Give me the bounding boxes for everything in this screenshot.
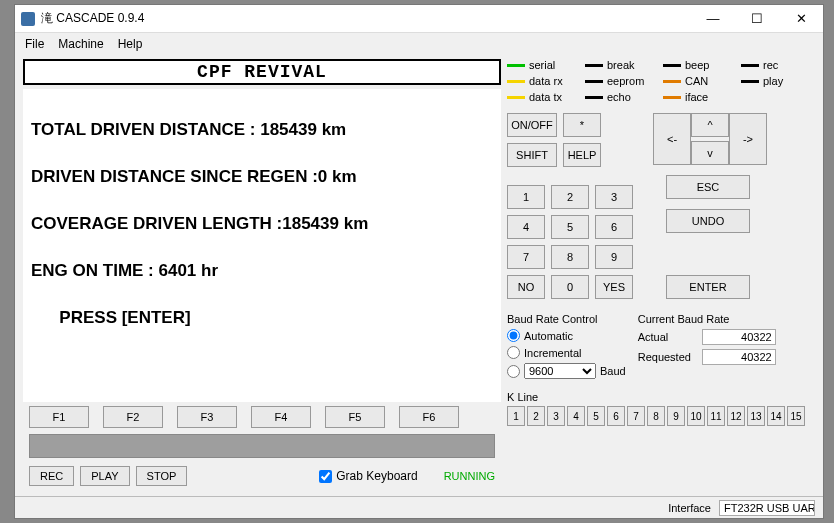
key-4[interactable]: 4	[507, 215, 545, 239]
app-window: 滝 CASCADE 0.9.4 — ☐ ✕ File Machine Help …	[14, 4, 824, 519]
baud-select[interactable]: 9600	[524, 363, 596, 379]
maximize-button[interactable]: ☐	[735, 5, 779, 33]
enter-button[interactable]: ENTER	[666, 275, 750, 299]
arrow-up-button[interactable]: ^	[691, 113, 729, 137]
kline-14[interactable]: 14	[767, 406, 785, 426]
can-icon	[663, 80, 681, 83]
rec-button[interactable]: REC	[29, 466, 74, 486]
f5-button[interactable]: F5	[325, 406, 385, 428]
kline-15[interactable]: 15	[787, 406, 805, 426]
kline-1[interactable]: 1	[507, 406, 525, 426]
baud-auto-radio[interactable]: Automatic	[507, 329, 626, 342]
key-7[interactable]: 7	[507, 245, 545, 269]
key-2[interactable]: 2	[551, 185, 589, 209]
current-baud-label: Current Baud Rate	[638, 313, 776, 325]
kline-2[interactable]: 2	[527, 406, 545, 426]
star-button[interactable]: *	[563, 113, 601, 137]
rec-icon	[741, 64, 759, 67]
status-label: RUNNING	[444, 470, 495, 482]
key-6[interactable]: 6	[595, 215, 633, 239]
f3-button[interactable]: F3	[177, 406, 237, 428]
baud-manual-radio[interactable]	[507, 365, 520, 378]
echo-icon	[585, 96, 603, 99]
break-icon	[585, 64, 603, 67]
interface-name: FT232R USB UAR	[719, 500, 815, 516]
arrow-down-button[interactable]: v	[691, 141, 729, 165]
play-icon	[741, 80, 759, 83]
f2-button[interactable]: F2	[103, 406, 163, 428]
terminal-output: TOTAL DRIVEN DISTANCE : 185439 km DRIVEN…	[23, 89, 501, 402]
undo-button[interactable]: UNDO	[666, 209, 750, 233]
menubar: File Machine Help	[15, 33, 823, 55]
menu-machine[interactable]: Machine	[58, 37, 103, 51]
grab-keyboard-checkbox[interactable]: Grab Keyboard	[319, 469, 417, 483]
kline-4[interactable]: 4	[567, 406, 585, 426]
yes-button[interactable]: YES	[595, 275, 633, 299]
arrow-left-button[interactable]: <-	[653, 113, 691, 165]
beep-icon	[663, 64, 681, 67]
actual-baud-field	[702, 329, 776, 345]
progress-bar	[29, 434, 495, 458]
serial-icon	[507, 64, 525, 67]
banner-title: CPF REVIVAL	[23, 59, 501, 85]
f4-button[interactable]: F4	[251, 406, 311, 428]
f1-button[interactable]: F1	[29, 406, 89, 428]
app-icon	[21, 12, 35, 26]
close-button[interactable]: ✕	[779, 5, 823, 33]
kline-11[interactable]: 11	[707, 406, 725, 426]
kline-5[interactable]: 5	[587, 406, 605, 426]
iface-icon	[663, 96, 681, 99]
key-5[interactable]: 5	[551, 215, 589, 239]
datarx-icon	[507, 80, 525, 83]
eeprom-icon	[585, 80, 603, 83]
key-0[interactable]: 0	[551, 275, 589, 299]
legend: serial break beep rec data rx eeprom CAN…	[507, 59, 815, 107]
play-button[interactable]: PLAY	[80, 466, 129, 486]
datatx-icon	[507, 96, 525, 99]
onoff-button[interactable]: ON/OFF	[507, 113, 557, 137]
requested-baud-field	[702, 349, 776, 365]
kline-7[interactable]: 7	[627, 406, 645, 426]
kline-6[interactable]: 6	[607, 406, 625, 426]
baud-incr-radio[interactable]: Incremental	[507, 346, 626, 359]
no-button[interactable]: NO	[507, 275, 545, 299]
stop-button[interactable]: STOP	[136, 466, 188, 486]
baud-control-label: Baud Rate Control	[507, 313, 626, 325]
kline-9[interactable]: 9	[667, 406, 685, 426]
key-9[interactable]: 9	[595, 245, 633, 269]
statusbar: Interface FT232R USB UAR	[15, 496, 823, 518]
kline-8[interactable]: 8	[647, 406, 665, 426]
kline-10[interactable]: 10	[687, 406, 705, 426]
f6-button[interactable]: F6	[399, 406, 459, 428]
minimize-button[interactable]: —	[691, 5, 735, 33]
kline-label: K Line	[507, 391, 815, 403]
interface-label: Interface	[668, 502, 711, 514]
shift-button[interactable]: SHIFT	[507, 143, 557, 167]
key-3[interactable]: 3	[595, 185, 633, 209]
key-1[interactable]: 1	[507, 185, 545, 209]
window-title: 滝 CASCADE 0.9.4	[41, 10, 144, 27]
arrow-right-button[interactable]: ->	[729, 113, 767, 165]
key-8[interactable]: 8	[551, 245, 589, 269]
menu-file[interactable]: File	[25, 37, 44, 51]
help-button[interactable]: HELP	[563, 143, 601, 167]
titlebar: 滝 CASCADE 0.9.4 — ☐ ✕	[15, 5, 823, 33]
kline-12[interactable]: 12	[727, 406, 745, 426]
esc-button[interactable]: ESC	[666, 175, 750, 199]
kline-3[interactable]: 3	[547, 406, 565, 426]
grab-keyboard-input[interactable]	[319, 470, 332, 483]
menu-help[interactable]: Help	[118, 37, 143, 51]
kline-13[interactable]: 13	[747, 406, 765, 426]
